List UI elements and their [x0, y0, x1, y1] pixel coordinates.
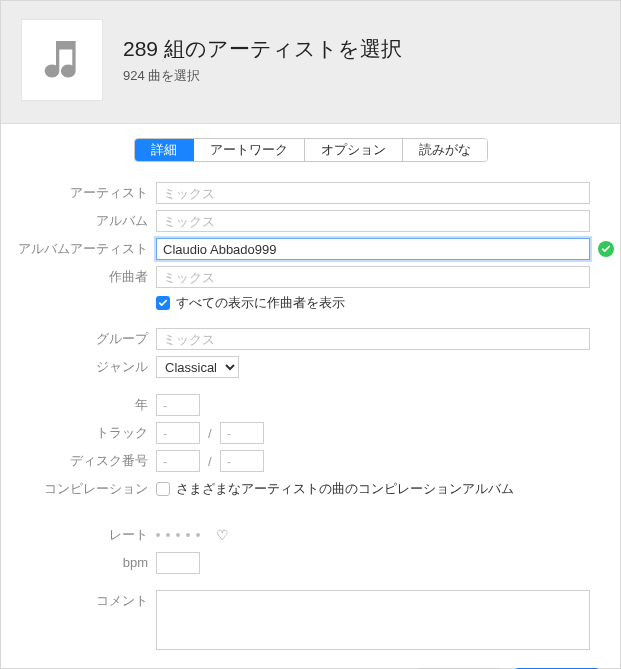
detail-form: アーティスト アルバム アルバムアーティスト 作曲者: [1, 182, 620, 656]
label-group: グループ: [11, 328, 156, 350]
artist-input[interactable]: [156, 182, 590, 204]
label-rate: レート: [11, 524, 156, 546]
album-input[interactable]: [156, 210, 590, 232]
label-bpm: bpm: [11, 552, 156, 574]
compilation-cb-label: さまざまなアーティストの曲のコンピレーションアルバム: [176, 480, 514, 498]
label-disc: ディスク番号: [11, 450, 156, 472]
track-number-input[interactable]: [156, 422, 200, 444]
edit-multiple-dialog: 289 組のアーティストを選択 924 曲を選択 詳細 アートワーク オプション…: [0, 0, 621, 669]
dialog-header: 289 組のアーティストを選択 924 曲を選択: [1, 1, 620, 124]
compilation-checkbox[interactable]: [156, 482, 170, 496]
track-total-input[interactable]: [220, 422, 264, 444]
label-compilation: コンピレーション: [11, 478, 156, 500]
label-comment: コメント: [11, 590, 156, 612]
love-heart-icon[interactable]: ♡: [216, 527, 229, 543]
track-slash: /: [206, 426, 214, 441]
label-year: 年: [11, 394, 156, 416]
bpm-input[interactable]: [156, 552, 200, 574]
genre-select[interactable]: Classical: [156, 356, 239, 378]
tab-detail[interactable]: 詳細: [135, 139, 194, 161]
rating-control[interactable]: [156, 533, 200, 537]
dialog-subtitle: 924 曲を選択: [123, 67, 402, 85]
year-input[interactable]: [156, 394, 200, 416]
label-album-artist: アルバムアーティスト: [11, 238, 156, 260]
artwork-placeholder: [21, 19, 103, 101]
label-composer: 作曲者: [11, 266, 156, 288]
show-composer-label: すべての表示に作曲者を表示: [176, 294, 345, 312]
segmented-control: 詳細 アートワーク オプション 読みがな: [134, 138, 488, 162]
show-composer-checkbox[interactable]: [156, 296, 170, 310]
tab-artwork[interactable]: アートワーク: [194, 139, 305, 161]
tab-options[interactable]: オプション: [305, 139, 403, 161]
label-track: トラック: [11, 422, 156, 444]
music-note-icon: [38, 35, 86, 86]
dialog-footer: キャンセル OK: [1, 656, 620, 669]
disc-total-input[interactable]: [220, 450, 264, 472]
header-text: 289 組のアーティストを選択 924 曲を選択: [123, 35, 402, 85]
tab-bar: 詳細 アートワーク オプション 読みがな: [1, 124, 620, 182]
dialog-title: 289 組のアーティストを選択: [123, 35, 402, 63]
disc-number-input[interactable]: [156, 450, 200, 472]
disc-slash: /: [206, 454, 214, 469]
check-icon: [598, 241, 614, 257]
label-album: アルバム: [11, 210, 156, 232]
comment-textarea[interactable]: [156, 590, 590, 650]
tab-sorting[interactable]: 読みがな: [403, 139, 487, 161]
label-genre: ジャンル: [11, 356, 156, 378]
album-artist-input[interactable]: [156, 238, 590, 260]
label-artist: アーティスト: [11, 182, 156, 204]
group-input[interactable]: [156, 328, 590, 350]
composer-input[interactable]: [156, 266, 590, 288]
